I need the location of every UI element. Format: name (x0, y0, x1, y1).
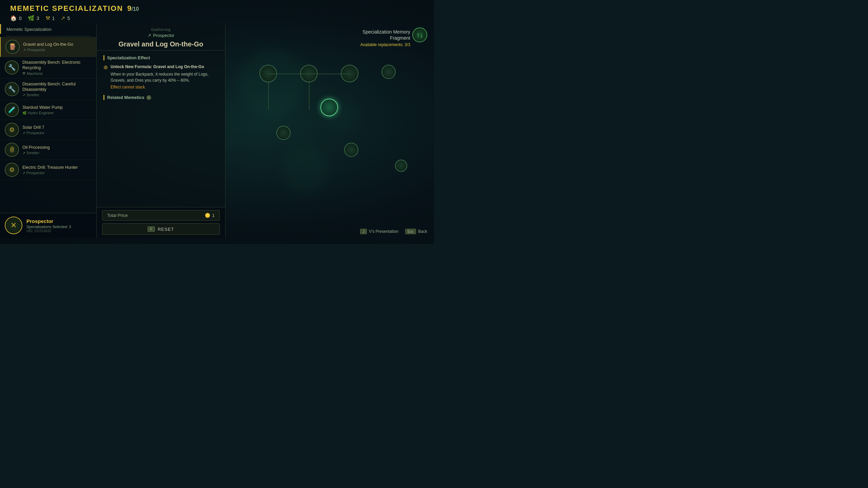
total-price-label: Total Price (107, 213, 128, 218)
smelter-sub-icon-1: ↗ (22, 151, 25, 155)
prospector-sub-icon: ↗ (23, 48, 26, 52)
memory-available-text: Available replacements: 3/3 (360, 42, 410, 47)
skill-node-active-1[interactable] (320, 99, 338, 116)
home-icon: 🏠 (10, 15, 17, 21)
nav-item-gathering[interactable]: 🌿 3 (28, 15, 39, 21)
skill-node-7[interactable] (395, 160, 407, 172)
header: MEMETIC SPECIALIZATION 9/10 (0, 0, 434, 15)
item-sub-careful: ↗ Smelter (22, 93, 92, 97)
current-count: 9/10 (127, 4, 139, 13)
effect-body-text: When in your Backpack, it reduces the we… (111, 71, 218, 83)
skill-node-6[interactable] (344, 143, 358, 157)
item-name-electronic: Disassembly Bench: Electronic Recycling (22, 60, 92, 71)
skill-node-4[interactable] (381, 65, 396, 79)
item-icon-gravel: 🪵 (5, 40, 20, 54)
sidebar: Memetic Specialization 🪵 Gravel and Log … (0, 24, 97, 238)
player-uid: UID: 151514632 (26, 229, 92, 233)
sidebar-item-disassembly-careful[interactable]: 🔧 Disassembly Bench: Careful Disassembly… (0, 79, 96, 100)
memory-fragment-title: Specialization Memory Fragment (360, 29, 410, 41)
item-name-electric-drill: Electric Drill: Treasure Hunter (22, 165, 92, 170)
item-name-gravel: Gravel and Log On-the-Go (23, 42, 92, 47)
info-badge-icon: i (146, 95, 151, 100)
item-icon-oil: 🛢 (5, 143, 19, 157)
leaf-icon: 🌿 (28, 15, 35, 21)
item-sub-gravel: ↗ Prospector (23, 48, 92, 52)
memory-fragment-icon: ↑↓ (412, 27, 427, 42)
hydro-sub-icon: 🌿 (22, 111, 26, 115)
coin-icon: 🪙 (205, 213, 210, 218)
prospector-icon: ↗ (61, 15, 65, 21)
page-title: MEMETIC SPECIALIZATION (10, 4, 123, 13)
item-sub-oil: ↗ Smelter (22, 151, 92, 155)
prospector-sub-icon-3: ↗ (22, 171, 25, 175)
prospector-sub-icon-2: ↗ (22, 131, 25, 135)
nav-row: 🏠 0 🌿 3 ⚒ 1 ↗ 5 (0, 15, 434, 24)
effect-item-formula: ⊕ Unlock New Formula: Gravel and Log On-… (103, 64, 218, 89)
reset-key-badge: F (147, 226, 155, 232)
specialization-effect-label: Specialization Effect (103, 55, 218, 60)
reset-button[interactable]: F RESET (102, 223, 220, 235)
profession-icon: ↗ (147, 33, 151, 38)
nav-item-prospector[interactable]: ↗ 5 (61, 15, 70, 21)
related-label: Related Memetics i (103, 95, 218, 100)
item-icon-water-pump: 🧪 (5, 103, 19, 117)
memory-fragment-panel: Specialization Memory Fragment Available… (360, 29, 410, 47)
bottom-bar: J V's Presentation Esc Back (360, 229, 427, 234)
sidebar-item-disassembly-electronic[interactable]: 🔧 Disassembly Bench: Electronic Recyclin… (0, 57, 96, 79)
item-icon-careful: 🔧 (5, 82, 19, 96)
j-key-badge: J (360, 229, 367, 234)
effect-title-text: Unlock New Formula: Gravel and Log On-th… (111, 64, 204, 69)
total-price-row: Total Price 🪙 1 (102, 210, 220, 221)
back-action[interactable]: Esc Back (405, 229, 427, 234)
item-sub-electronic: ⚒ Machinist (22, 72, 92, 76)
item-sub-electric-drill: ↗ Prospector (22, 171, 92, 175)
player-spec-label: Specializations Selected: 3 (26, 225, 92, 229)
connector-3 (268, 74, 309, 74)
related-section: Related Memetics i (103, 95, 218, 100)
item-sub-solar-drill: ↗ Prospector (22, 131, 92, 135)
nav-item-machinist[interactable]: ⚒ 1 (45, 15, 55, 21)
skill-node-5[interactable] (276, 126, 291, 140)
connector-4 (309, 74, 350, 74)
vs-presentation-action[interactable]: J V's Presentation (360, 229, 398, 234)
back-label: Back (418, 229, 427, 234)
machinist-icon: ⚒ (45, 15, 50, 21)
sidebar-item-gravel-log[interactable]: 🪵 Gravel and Log On-the-Go ↗ Prospector (0, 37, 96, 57)
smelter-sub-icon-0: ↗ (22, 93, 25, 97)
detail-title: Gravel and Log On-the-Go (103, 40, 218, 48)
effect-bullet-icon: ⊕ (103, 64, 108, 89)
sidebar-item-solar-drill[interactable]: ⚙ Solar Drill 7 ↗ Prospector (0, 120, 96, 140)
item-name-solar-drill: Solar Drill 7 (22, 125, 92, 130)
item-name-water-pump: Stardust Water Pump (22, 105, 92, 110)
connector-1 (268, 82, 269, 109)
effect-warning-text: Effect cannot stack. (111, 85, 218, 89)
item-icon-electric-drill: ⚙ (5, 163, 19, 177)
detail-category: Gathering (103, 27, 218, 32)
detail-profession: ↗ Prospector (103, 33, 218, 38)
player-bar: ✕ Prospector Specializations Selected: 3… (0, 213, 96, 238)
nav-item-home[interactable]: 🏠 0 (10, 15, 22, 21)
item-name-oil: Oil Processing (22, 145, 92, 150)
vs-presentation-label: V's Presentation (369, 229, 398, 234)
sidebar-item-electric-drill[interactable]: ⚙ Electric Drill: Treasure Hunter ↗ Pros… (0, 160, 96, 180)
detail-footer: Total Price 🪙 1 F RESET (97, 207, 225, 238)
profession-label: Prospector (153, 33, 175, 38)
sidebar-item-stardust-water-pump[interactable]: 🧪 Stardust Water Pump 🌿 Hydro Engineer (0, 100, 96, 120)
item-icon-electronic: 🔧 (5, 60, 19, 75)
item-name-careful: Disassembly Bench: Careful Disassembly (22, 81, 92, 93)
effect-list: ⊕ Unlock New Formula: Gravel and Log On-… (103, 64, 218, 89)
connector-2 (309, 82, 310, 109)
player-avatar: ✕ (5, 217, 22, 234)
detail-header: Gathering ↗ Prospector Gravel and Log On… (97, 24, 225, 50)
reset-label: RESET (158, 227, 174, 232)
esc-key-badge: Esc (405, 229, 416, 234)
total-price-value: 🪙 1 (205, 213, 215, 218)
right-panel: Specialization Memory Fragment Available… (225, 24, 434, 238)
detail-body: Specialization Effect ⊕ Unlock New Formu… (97, 50, 225, 207)
item-sub-water-pump: 🌿 Hydro Engineer (22, 111, 92, 115)
sidebar-item-oil-processing[interactable]: 🛢 Oil Processing ↗ Smelter (0, 140, 96, 160)
machinist-sub-icon: ⚒ (22, 72, 25, 75)
sidebar-title: Memetic Specialization (0, 24, 96, 34)
item-icon-solar-drill: ⚙ (5, 123, 19, 137)
sidebar-list: 🪵 Gravel and Log On-the-Go ↗ Prospector … (0, 37, 96, 213)
